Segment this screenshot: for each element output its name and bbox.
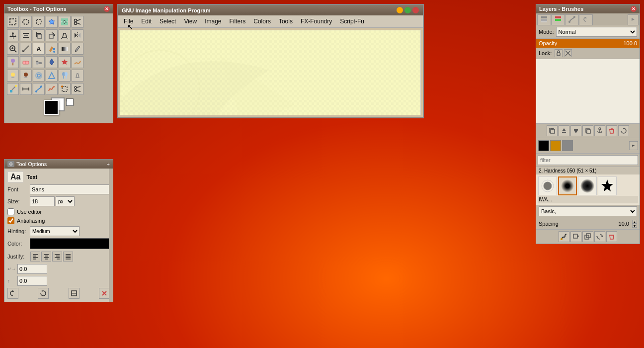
smudge-tool[interactable] bbox=[72, 56, 83, 68]
paths-tool[interactable] bbox=[33, 83, 45, 95]
freehand-tool[interactable] bbox=[46, 83, 58, 95]
menu-filters[interactable]: Filters bbox=[226, 16, 250, 26]
color-picker-swatch[interactable] bbox=[30, 238, 110, 249]
tool-options-icon[interactable]: ⚙ bbox=[7, 161, 14, 167]
menu-colors[interactable]: Colors bbox=[249, 16, 275, 26]
size-input[interactable] bbox=[30, 196, 55, 206]
move-tool[interactable] bbox=[7, 29, 19, 41]
justify-right-button[interactable] bbox=[52, 252, 62, 261]
brush-filter-input[interactable] bbox=[538, 155, 638, 165]
tool-options-expand[interactable]: + bbox=[107, 161, 110, 167]
blur-tool[interactable] bbox=[33, 70, 45, 82]
blend-tool[interactable] bbox=[59, 43, 71, 55]
brush-item-hardness050[interactable] bbox=[558, 176, 577, 195]
justify-left-button[interactable] bbox=[30, 252, 40, 261]
black-swatch[interactable] bbox=[538, 140, 549, 151]
menu-image[interactable]: Image bbox=[201, 16, 225, 26]
new-brush-button[interactable] bbox=[570, 231, 581, 242]
iscissors-tool[interactable] bbox=[72, 83, 83, 95]
duplicate-layer-button[interactable] bbox=[582, 125, 593, 136]
menu-fx-foundry[interactable]: FX-Foundry bbox=[297, 16, 336, 26]
dodge-tool[interactable] bbox=[7, 70, 19, 82]
refresh-button[interactable] bbox=[618, 125, 629, 136]
gimp-close-button[interactable] bbox=[412, 7, 419, 13]
tab-expand-button[interactable] bbox=[628, 14, 639, 25]
modify-selection-tool[interactable] bbox=[59, 83, 71, 95]
align-tool[interactable] bbox=[20, 29, 32, 41]
font-input[interactable] bbox=[30, 184, 110, 194]
brush-item-star[interactable] bbox=[598, 176, 617, 195]
tab-history[interactable] bbox=[579, 14, 593, 25]
pencil-tool[interactable] bbox=[72, 43, 83, 55]
gimp-minimize-button[interactable] bbox=[397, 7, 403, 13]
antialiasing-checkbox[interactable] bbox=[7, 217, 14, 224]
orange-swatch[interactable] bbox=[550, 140, 561, 151]
sharpen-tool[interactable] bbox=[46, 70, 58, 82]
menu-file[interactable]: File bbox=[120, 16, 137, 26]
rotate-tool[interactable] bbox=[46, 29, 58, 41]
menu-view[interactable]: View bbox=[180, 16, 201, 26]
use-editor-checkbox[interactable] bbox=[7, 208, 14, 215]
justify-center-button[interactable] bbox=[41, 252, 51, 261]
fuzzy-select-tool[interactable] bbox=[46, 16, 58, 28]
color-picker-tool[interactable] bbox=[7, 83, 19, 95]
gimp-maximize-button[interactable] bbox=[404, 7, 411, 13]
tab-channels[interactable] bbox=[551, 14, 565, 25]
paint-icon-button[interactable] bbox=[559, 231, 569, 242]
tool-preset-button[interactable] bbox=[7, 288, 18, 299]
swap-colors-button[interactable]: ↕ bbox=[65, 97, 68, 102]
delete-layer-button[interactable] bbox=[606, 125, 617, 136]
lasso-tool[interactable] bbox=[33, 16, 45, 28]
fg-color-swatch[interactable] bbox=[44, 100, 59, 115]
scissors-select-tool[interactable] bbox=[72, 16, 83, 28]
menu-edit[interactable]: Edit bbox=[137, 16, 156, 26]
tool-save-button[interactable] bbox=[69, 288, 80, 299]
tab-layers[interactable] bbox=[537, 14, 551, 25]
color-select-tool[interactable] bbox=[59, 16, 71, 28]
lower-layer-button[interactable] bbox=[570, 125, 581, 136]
perspective-tool[interactable] bbox=[59, 29, 71, 41]
unit-select[interactable]: px pt bbox=[56, 196, 75, 206]
eraser-tool[interactable] bbox=[20, 56, 32, 68]
brush-item-starburst[interactable] bbox=[538, 176, 557, 195]
rect-select-tool[interactable] bbox=[7, 16, 19, 28]
toolbox-close-button[interactable]: ✕ bbox=[104, 6, 110, 12]
text-tool[interactable]: A bbox=[33, 43, 45, 55]
layers-close-button[interactable]: ✕ bbox=[631, 6, 637, 12]
mode-select[interactable]: Normal Multiply Screen bbox=[556, 27, 637, 37]
airbrush-tool[interactable] bbox=[33, 56, 45, 68]
menu-tools[interactable]: Tools bbox=[275, 16, 297, 26]
tool-reset-button[interactable] bbox=[38, 288, 49, 299]
new-layer-button[interactable] bbox=[547, 125, 558, 136]
menu-select[interactable]: Select bbox=[156, 16, 180, 26]
ink-tool[interactable] bbox=[46, 56, 58, 68]
ellipse-select-tool[interactable] bbox=[20, 16, 32, 28]
indent-input[interactable] bbox=[17, 264, 47, 274]
canvas[interactable] bbox=[120, 30, 421, 115]
brush-tool[interactable] bbox=[7, 56, 19, 68]
gray-swatch[interactable] bbox=[562, 140, 573, 151]
brush-category-select[interactable]: Basic, Natural Texture bbox=[539, 206, 637, 216]
burn-tool[interactable] bbox=[20, 70, 32, 82]
measure-tool2[interactable] bbox=[20, 83, 32, 95]
persp-clone-tool[interactable] bbox=[72, 70, 83, 82]
brush-item-circle-large[interactable] bbox=[578, 176, 597, 195]
anchor-layer-button[interactable] bbox=[594, 125, 605, 136]
spacing-down-button[interactable]: ▼ bbox=[632, 224, 637, 228]
raise-layer-button[interactable] bbox=[559, 125, 569, 136]
hinting-select[interactable]: Medium None Slight Full bbox=[30, 226, 80, 236]
tool-options-scrollbar[interactable] bbox=[109, 169, 113, 302]
zoom-tool[interactable] bbox=[7, 43, 19, 55]
measure-tool[interactable] bbox=[20, 43, 32, 55]
heal-tool[interactable] bbox=[59, 56, 71, 68]
flip-tool[interactable] bbox=[72, 29, 83, 41]
bucket-fill-tool[interactable] bbox=[46, 43, 58, 55]
justify-fill-button[interactable] bbox=[63, 252, 73, 261]
spacing-up-button[interactable]: ▲ bbox=[632, 220, 637, 224]
menu-script-fu[interactable]: Script-Fu bbox=[336, 16, 368, 26]
crop-tool[interactable] bbox=[33, 29, 45, 41]
refresh-brushes-button[interactable] bbox=[594, 231, 605, 242]
brush-swatch-expand-button[interactable] bbox=[629, 141, 638, 150]
lock-position-button[interactable] bbox=[555, 49, 563, 57]
tool-delete-button[interactable] bbox=[99, 288, 110, 299]
